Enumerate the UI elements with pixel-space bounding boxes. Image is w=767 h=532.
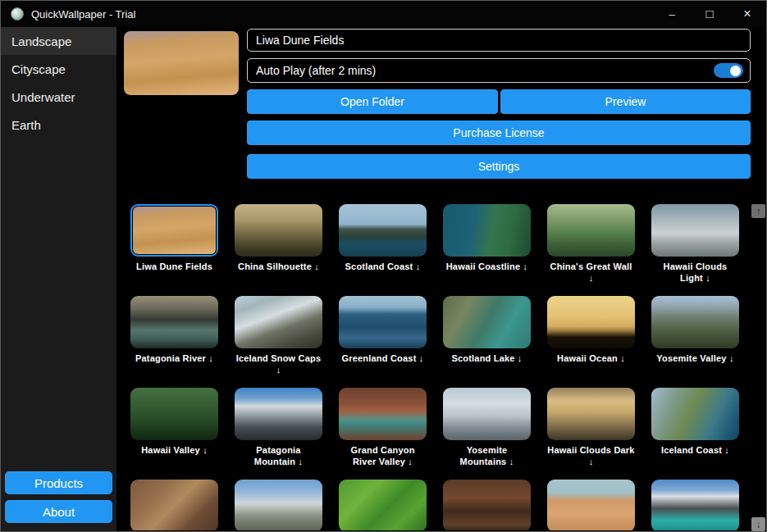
autoplay-toggle[interactable] (714, 63, 743, 78)
wallpaper-name: Liwa Dune Fields (136, 261, 212, 272)
wallpaper-thumb[interactable] (651, 388, 739, 440)
titlebar: QuickWallpaper - Trial – □ × (1, 1, 766, 27)
wallpaper-name: Hawaii Valley ↓ (141, 444, 208, 456)
wallpaper-thumb[interactable] (547, 204, 635, 257)
wallpaper-name: Yosemite Mountains ↓ (460, 444, 514, 467)
wallpaper-item[interactable] (122, 480, 226, 530)
wallpaper-thumb[interactable] (443, 388, 531, 440)
sidebar-bottom: Products About (5, 466, 112, 523)
wallpaper-thumb[interactable] (443, 480, 531, 530)
wallpaper-item[interactable]: Greenland Coast ↓ (331, 296, 435, 388)
wallpaper-name: Hawaii Clouds Light ↓ (664, 261, 728, 284)
wallpaper-item[interactable]: Hawaii Clouds Dark ↓ (539, 388, 643, 480)
preview-button[interactable]: Preview (500, 89, 751, 114)
wallpaper-thumb[interactable] (547, 388, 635, 440)
wallpaper-item[interactable] (643, 480, 747, 530)
sidebar-item-earth[interactable]: Earth (1, 111, 116, 139)
wallpaper-item[interactable]: Liwa Dune Fields (122, 204, 226, 296)
wallpaper-thumb[interactable] (130, 388, 218, 440)
app-window: QuickWallpaper - Trial – □ × LandscapeCi… (0, 0, 767, 532)
wallpaper-item[interactable]: Hawaii Coastline ↓ (435, 204, 539, 296)
open-folder-button[interactable]: Open Folder (247, 89, 498, 114)
maximize-button[interactable]: □ (691, 1, 728, 27)
window-title: QuickWallpaper - Trial (31, 8, 135, 20)
wallpaper-name: Hawaii Coastline ↓ (446, 261, 528, 272)
wallpaper-name: Hawaii Clouds Dark ↓ (547, 444, 634, 467)
wallpaper-name: Yosemite Valley ↓ (656, 352, 733, 364)
wallpaper-name: China's Great Wall ↓ (550, 261, 632, 284)
wallpaper-item[interactable]: Hawaii Valley ↓ (122, 388, 226, 480)
category-list: LandscapeCityscapeUnderwaterEarth (1, 27, 116, 139)
sidebar: LandscapeCityscapeUnderwaterEarth Produc… (1, 27, 116, 531)
scroll-down-button[interactable]: ↓ (751, 517, 765, 531)
wallpaper-name-field[interactable] (247, 29, 751, 52)
wallpaper-item[interactable]: Yosemite Mountains ↓ (435, 388, 539, 480)
wallpaper-name: Grand Canyon River Valley ↓ (350, 444, 414, 467)
wallpaper-thumb[interactable] (339, 480, 427, 530)
wallpaper-item[interactable]: Scotland Lake ↓ (435, 296, 539, 388)
autoplay-row: Auto Play (after 2 mins) (247, 58, 751, 83)
wallpaper-name: Scotland Coast ↓ (345, 261, 421, 272)
wallpaper-gallery: Liwa Dune FieldsChina Silhouette ↓Scotla… (116, 198, 766, 530)
wallpaper-item[interactable]: China Silhouette ↓ (226, 204, 331, 296)
wallpaper-name: China Silhouette ↓ (238, 261, 319, 272)
wallpaper-item[interactable] (435, 480, 539, 530)
wallpaper-thumb[interactable] (130, 204, 218, 257)
wallpaper-name: Iceland Snow Caps ↓ (236, 352, 322, 375)
minimize-button[interactable]: – (653, 1, 691, 27)
wallpaper-thumb[interactable] (235, 388, 322, 440)
sidebar-item-landscape[interactable]: Landscape (1, 27, 116, 55)
about-button[interactable]: About (5, 500, 112, 523)
app-globe-icon (11, 7, 24, 20)
autoplay-label: Auto Play (after 2 mins) (256, 64, 376, 77)
wallpaper-thumb[interactable] (339, 296, 427, 348)
wallpaper-thumb[interactable] (547, 296, 635, 348)
current-wallpaper-preview (124, 31, 239, 95)
window-controls: – □ × (653, 1, 766, 27)
wallpaper-name: Iceland Coast ↓ (661, 444, 729, 456)
wallpaper-thumb[interactable] (443, 296, 531, 348)
wallpaper-item[interactable]: Yosemite Valley ↓ (643, 296, 747, 388)
wallpaper-thumb[interactable] (651, 296, 739, 348)
wallpaper-item[interactable]: Patagonia Mountain ↓ (226, 388, 331, 480)
wallpaper-thumb[interactable] (235, 480, 322, 530)
wallpaper-item[interactable] (331, 480, 435, 530)
wallpaper-thumb[interactable] (130, 480, 218, 530)
products-button[interactable]: Products (5, 471, 112, 494)
sidebar-item-underwater[interactable]: Underwater (1, 83, 116, 111)
sidebar-item-cityscape[interactable]: Cityscape (1, 55, 116, 83)
wallpaper-thumb[interactable] (547, 480, 635, 530)
wallpaper-name: Hawaii Ocean ↓ (557, 352, 625, 364)
wallpaper-item[interactable]: Hawaii Ocean ↓ (539, 296, 643, 388)
wallpaper-name: Scotland Lake ↓ (451, 352, 522, 364)
wallpaper-thumb[interactable] (443, 204, 531, 257)
wallpaper-thumb[interactable] (651, 480, 739, 530)
wallpaper-thumb[interactable] (235, 204, 322, 257)
wallpaper-item[interactable]: Iceland Snow Caps ↓ (226, 296, 331, 388)
wallpaper-thumb[interactable] (339, 204, 427, 257)
wallpaper-name: Greenland Coast ↓ (342, 352, 424, 364)
purchase-license-button[interactable]: Purchase License (247, 120, 751, 145)
wallpaper-grid: Liwa Dune FieldsChina Silhouette ↓Scotla… (116, 198, 766, 530)
wallpaper-name: Patagonia River ↓ (135, 352, 213, 364)
wallpaper-item[interactable]: Grand Canyon River Valley ↓ (331, 388, 435, 480)
wallpaper-item[interactable] (226, 480, 331, 530)
wallpaper-item[interactable]: Scotland Coast ↓ (331, 204, 435, 296)
wallpaper-item[interactable]: Hawaii Clouds Light ↓ (643, 204, 747, 296)
wallpaper-item[interactable] (539, 480, 643, 530)
settings-button[interactable]: Settings (247, 154, 751, 179)
wallpaper-item[interactable]: Iceland Coast ↓ (643, 388, 747, 480)
close-button[interactable]: × (728, 1, 766, 27)
wallpaper-item[interactable]: Patagonia River ↓ (122, 296, 226, 388)
wallpaper-thumb[interactable] (651, 204, 739, 257)
toggle-knob (730, 66, 741, 76)
wallpaper-thumb[interactable] (130, 296, 218, 348)
wallpaper-thumb[interactable] (235, 296, 322, 348)
scroll-up-button[interactable]: ↑ (751, 204, 765, 218)
wallpaper-item[interactable]: China's Great Wall ↓ (539, 204, 643, 296)
wallpaper-thumb[interactable] (339, 388, 427, 440)
wallpaper-name: Patagonia Mountain ↓ (254, 444, 303, 467)
